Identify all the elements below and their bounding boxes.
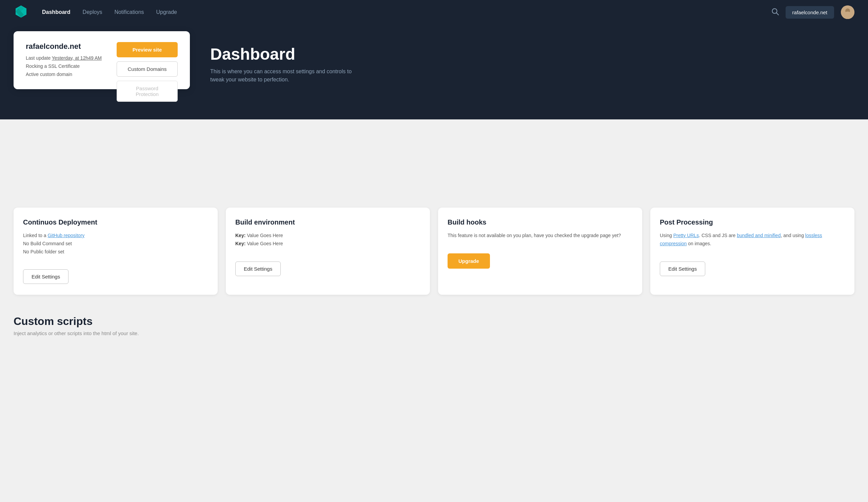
nav-upgrade[interactable]: Upgrade [156, 9, 177, 15]
hero-subtitle: This is where you can access most settin… [210, 68, 353, 84]
last-update-link[interactable]: Yesterday, at 12h49 AM [52, 55, 102, 61]
build-env-key1: Key: Value Goes Here [235, 232, 421, 240]
pretty-urls-link[interactable]: Pretty URLs [673, 233, 699, 238]
card-title-continuous: Continuos Deployment [23, 218, 208, 226]
post-processing-text-4: on images. [686, 241, 711, 246]
build-hooks-description: This feature is not available on you pla… [447, 232, 633, 240]
nav-links: Dashboard Deploys Notifications Upgrade [42, 9, 771, 15]
card-footer-post-processing: Edit Settings [660, 262, 845, 276]
card-build-environment: Build environment Key: Value Goes Here K… [226, 207, 430, 295]
linked-repo-line: Linked to a GitHub repository [23, 232, 208, 240]
custom-scripts-subtitle: Inject analytics or other scripts into t… [13, 330, 855, 336]
card-footer-build-hooks: Upgrade [447, 253, 633, 269]
custom-domains-button[interactable]: Custom Domains [117, 61, 178, 76]
edit-settings-post-processing-button[interactable]: Edit Settings [660, 262, 705, 276]
nav-notifications[interactable]: Notifications [114, 9, 144, 15]
upgrade-button[interactable]: Upgrade [447, 253, 490, 269]
bundled-minified-link[interactable]: bundled and minified [737, 233, 781, 238]
svg-point-9 [843, 14, 852, 19]
card-footer-build-env: Edit Settings [235, 262, 421, 276]
card-body-build-hooks: This feature is not available on you pla… [447, 232, 633, 240]
main-content: Continuos Deployment Linked to a GitHub … [0, 187, 868, 370]
card-footer-continuous: Edit Settings [23, 269, 208, 284]
svg-point-8 [845, 9, 850, 13]
build-env-key2: Key: Value Goes Here [235, 240, 421, 248]
avatar [841, 6, 855, 19]
card-body-post-processing: Using Pretty URLs. CSS and JS are bundle… [660, 232, 845, 248]
build-command-line: No Build Command set [23, 240, 208, 248]
card-body-continuous: Linked to a GitHub repository No Build C… [23, 232, 208, 256]
svg-line-6 [776, 13, 778, 15]
card-post-processing: Post Processing Using Pretty URLs. CSS a… [650, 207, 855, 295]
edit-settings-build-env-button[interactable]: Edit Settings [235, 262, 281, 276]
custom-scripts-section: Custom scripts Inject analytics or other… [13, 315, 855, 357]
card-body-build-env: Key: Value Goes Here Key: Value Goes Her… [235, 232, 421, 248]
post-processing-text-3: , and using [781, 233, 805, 238]
hero-section: Dashboard This is where you can access m… [0, 24, 868, 120]
github-repo-link[interactable]: GitHub repository [48, 233, 84, 238]
hero-title: Dashboard [210, 45, 855, 63]
card-build-hooks: Build hooks This feature is not availabl… [438, 207, 642, 295]
custom-scripts-title: Custom scripts [13, 315, 855, 328]
card-title-build-env: Build environment [235, 218, 421, 226]
svg-point-7 [841, 6, 855, 19]
site-card: rafaelconde.net Last update Yesterday, a… [13, 31, 190, 89]
preview-site-button[interactable]: Preview site [117, 42, 178, 57]
navbar: Dashboard Deploys Notifications Upgrade … [0, 0, 868, 24]
logo[interactable] [13, 4, 35, 20]
search-icon[interactable] [771, 8, 779, 17]
cards-grid: Continuos Deployment Linked to a GitHub … [13, 207, 855, 295]
public-folder-line: No Public folder set [23, 248, 208, 256]
card-title-post-processing: Post Processing [660, 218, 845, 226]
card-continuous-deployment: Continuos Deployment Linked to a GitHub … [13, 207, 218, 295]
site-card-actions: Preview site Custom Domains Password Pro… [117, 42, 178, 102]
site-badge[interactable]: rafaelconde.net [786, 6, 834, 19]
navbar-right: rafaelconde.net [771, 6, 855, 19]
nav-deploys[interactable]: Deploys [83, 9, 102, 15]
card-title-build-hooks: Build hooks [447, 218, 633, 226]
password-protection-button[interactable]: Password Protection [117, 81, 178, 102]
post-processing-text-1: Using [660, 233, 673, 238]
nav-dashboard[interactable]: Dashboard [42, 9, 71, 15]
edit-settings-continuous-button[interactable]: Edit Settings [23, 269, 69, 284]
post-processing-text-2: . CSS and JS are [699, 233, 737, 238]
